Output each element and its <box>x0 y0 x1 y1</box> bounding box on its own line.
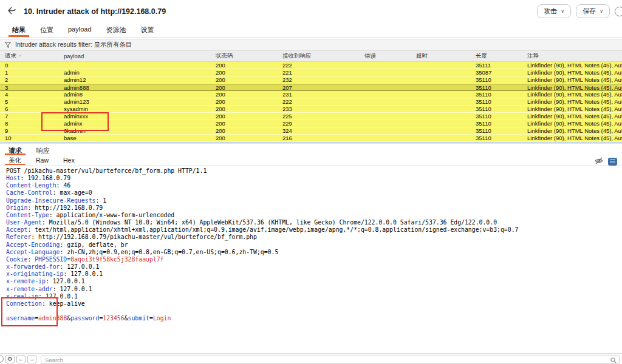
table-cell <box>360 127 411 134</box>
request-editor-text[interactable]: POST /pikachu-master/vul/burteforce/bf_f… <box>0 166 622 351</box>
tab-raw[interactable]: Raw <box>29 155 56 165</box>
table-cell <box>411 106 471 112</box>
table-cell <box>411 135 471 141</box>
table-row[interactable]: 96kadmin20032435110Linkfinder (90), HTML… <box>0 127 622 135</box>
tab-response[interactable]: 响应 <box>29 144 57 155</box>
table-cell: Linkfinder (90), HTML Notes (45), Author… <box>522 113 622 120</box>
window-title: 10. Intruder attack of http://192.168.0.… <box>24 7 166 16</box>
column-header-status[interactable]: 状态码 <box>211 52 278 60</box>
help-icon[interactable] <box>615 7 622 16</box>
intruder-tabs: 结果 位置 payload 资源池 设置 <box>0 23 622 38</box>
table-row[interactable]: 3admin88820020735110Linkfinder (90), HTM… <box>0 84 622 91</box>
tab-results[interactable]: 结果 <box>5 23 33 37</box>
results-filter-bar[interactable]: Intruder attack results filter: 显示所有条目 <box>0 39 622 51</box>
table-cell: 200 <box>211 76 278 83</box>
filter-funnel-icon <box>5 39 11 50</box>
table-cell: 200 <box>211 127 278 134</box>
tab-hex[interactable]: Hex <box>56 155 82 165</box>
tab-resource-pool[interactable]: 资源池 <box>99 23 134 37</box>
tab-positions[interactable]: 位置 <box>33 23 61 37</box>
table-cell <box>360 113 411 120</box>
table-cell: 221 <box>278 69 360 76</box>
next-match-button[interactable]: → <box>27 355 36 363</box>
table-cell <box>59 62 211 69</box>
search-input[interactable] <box>41 356 620 364</box>
table-cell: 7 <box>0 113 59 120</box>
hide-eye-icon[interactable] <box>595 156 603 167</box>
table-cell: 200 <box>211 120 278 127</box>
column-header-length[interactable]: 长度 <box>471 52 522 60</box>
sort-asc-icon: ^ <box>19 53 21 59</box>
request-line: x-real-ip: 127.0.0.1 <box>6 293 622 300</box>
target-circle-icon[interactable] <box>0 355 4 363</box>
tab-payload[interactable]: payload <box>61 23 99 37</box>
table-cell: 200 <box>211 106 278 112</box>
save-button[interactable]: 保存 ∨ <box>576 4 610 18</box>
column-header-payload[interactable]: payload <box>59 53 211 59</box>
table-cell: 8 <box>0 120 59 127</box>
table-cell <box>411 62 471 69</box>
table-cell: 200 <box>211 69 278 76</box>
tab-settings[interactable]: 设置 <box>134 23 162 37</box>
table-cell: 222 <box>278 62 360 69</box>
inspector-toggle-icon[interactable] <box>608 158 617 166</box>
request-line: Upgrade-Insecure-Requests: 1 <box>6 197 622 204</box>
table-cell <box>360 84 411 90</box>
table-cell: 200 <box>211 113 278 120</box>
request-line: Cache-Control: max-age=0 <box>6 189 622 197</box>
table-row[interactable]: 1admin20022135087Linkfinder (90), HTML N… <box>0 69 622 76</box>
results-table-body: 020022235111Linkfinder (90), HTML Notes … <box>0 62 622 142</box>
table-cell <box>360 76 411 83</box>
gear-icon[interactable]: ⚙ <box>5 355 15 363</box>
table-row[interactable]: 6sysadmin20023335110Linkfinder (90), HTM… <box>0 106 622 113</box>
request-line: x-remote-ip: 127.0.0.1 <box>6 278 622 285</box>
prev-match-button[interactable]: ← <box>16 355 26 363</box>
tab-pretty[interactable]: 美化 <box>1 155 29 165</box>
column-header-error[interactable]: 错误 <box>360 52 411 60</box>
table-cell: base <box>59 135 211 141</box>
chevron-down-icon: ∨ <box>561 8 564 14</box>
table-cell: 0 <box>0 62 59 69</box>
request-line: Origin: http://192.168.0.79 <box>6 204 622 212</box>
table-cell: adminx <box>59 120 211 127</box>
table-row[interactable]: 4admin820023135110Linkfinder (90), HTML … <box>0 91 622 98</box>
column-header-comment[interactable]: 注释 <box>522 52 622 60</box>
table-cell: admin <box>59 69 211 76</box>
column-header-timeout[interactable]: 超时 <box>411 52 471 60</box>
table-row[interactable]: 5admin12320022235110Linkfinder (90), HTM… <box>0 98 622 106</box>
table-cell: 324 <box>278 127 360 134</box>
table-cell <box>411 76 471 83</box>
table-row[interactable]: 2admin1220023235110Linkfinder (90), HTML… <box>0 76 622 84</box>
table-cell: Linkfinder (90), HTML Notes (45), Author… <box>522 127 622 134</box>
column-header-request[interactable]: 请求^ <box>0 52 59 60</box>
table-row[interactable]: 020022235111Linkfinder (90), HTML Notes … <box>0 62 622 69</box>
table-cell: 233 <box>278 106 360 112</box>
table-cell <box>360 62 411 69</box>
table-cell: 35110 <box>471 135 522 141</box>
table-cell <box>360 135 411 141</box>
column-header-response-received[interactable]: 接收到响应 <box>278 52 360 60</box>
table-cell <box>411 84 471 90</box>
request-line: Accept-Encoding: gzip, deflate, br <box>6 241 622 249</box>
table-cell <box>411 127 471 134</box>
table-row[interactable]: 7adminxxx20022535110Linkfinder (90), HTM… <box>0 113 622 120</box>
table-cell: 216 <box>278 135 360 141</box>
table-cell: admin888 <box>59 84 211 90</box>
request-line <box>6 308 622 315</box>
table-cell: 200 <box>211 135 278 141</box>
table-cell: sysadmin <box>59 106 211 112</box>
table-cell: Linkfinder (90), HTML Notes (45), Author… <box>522 91 622 98</box>
request-line: x-forwarded-for: 127.0.0.1 <box>6 263 622 271</box>
table-cell: 2 <box>0 76 59 83</box>
table-cell: Linkfinder (90), HTML Notes (45), Author… <box>522 120 622 127</box>
table-cell: 200 <box>211 84 278 90</box>
table-row[interactable]: 8adminx20022935110Linkfinder (90), HTML … <box>0 120 622 127</box>
back-arrow-icon[interactable] <box>7 7 16 16</box>
table-cell <box>411 120 471 127</box>
request-line: Cookie: PHPSESSID=8aqoi3t9f58kc5j328faau… <box>6 256 622 263</box>
table-row[interactable]: 10base20021635110Linkfinder (90), HTML N… <box>0 135 622 142</box>
tab-request[interactable]: 请求 <box>1 144 29 155</box>
attack-button[interactable]: 攻击 ∨ <box>537 4 571 18</box>
table-cell <box>360 98 411 105</box>
table-cell: 35110 <box>471 76 522 83</box>
